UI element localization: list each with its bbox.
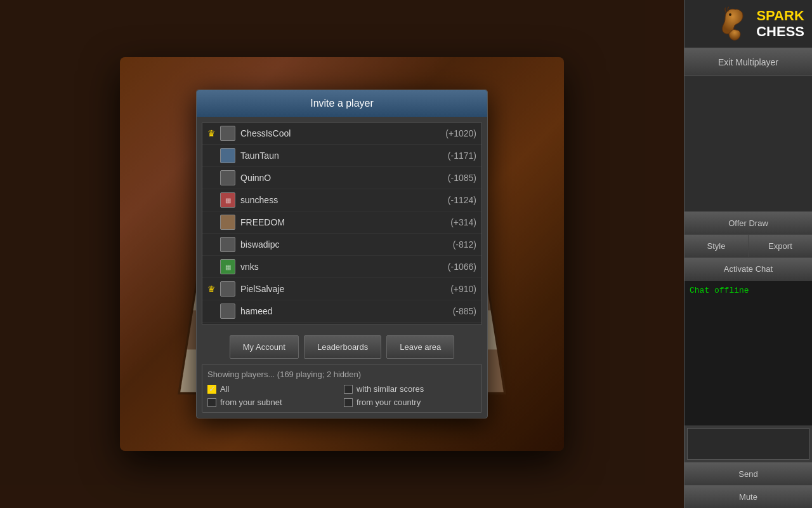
modal-title: Invite a player xyxy=(310,98,374,109)
player-name: ChessIsCool xyxy=(240,128,445,138)
right-sidebar: SPARK CHESS Exit Multiplayer Offer Draw … xyxy=(684,0,812,508)
modal-header: Invite a player xyxy=(197,90,487,117)
player-avatar xyxy=(220,148,235,163)
logo-area: SPARK CHESS xyxy=(684,0,812,48)
filter-label: with similar scores xyxy=(357,384,424,394)
player-avatar xyxy=(220,126,235,141)
player-row[interactable]: ♛ChessIsCool (+1020) xyxy=(202,123,481,145)
activate-chat-button[interactable]: Activate Chat xyxy=(684,258,812,281)
filter-title: Showing players... (169 playing; 2 hidde… xyxy=(207,370,476,379)
player-name: hameed xyxy=(240,306,453,316)
player-score: (+314) xyxy=(450,217,476,227)
player-name: QuinnO xyxy=(240,173,448,183)
player-row[interactable]: ▦sunchess (-1124) xyxy=(202,189,481,211)
chat-input[interactable] xyxy=(687,428,809,460)
my-account-button[interactable]: My Account xyxy=(230,335,299,359)
player-name: biswadipc xyxy=(240,239,453,250)
player-score: (-1085) xyxy=(448,173,476,183)
player-row[interactable]: TaunTaun (-1171) xyxy=(202,145,481,167)
logo-spark: SPARK xyxy=(756,8,804,23)
player-row[interactable]: ▦vnks (-1066) xyxy=(202,256,481,278)
player-row[interactable]: hameed (-885) xyxy=(202,300,481,323)
main-chess-area: Invite a player ♛ChessIsCool (+1020)Taun… xyxy=(0,0,684,508)
logo-text: SPARK CHESS xyxy=(756,8,804,39)
style-button[interactable]: Style xyxy=(684,235,749,257)
player-avatar xyxy=(220,215,235,230)
player-name: TaunTaun xyxy=(240,150,448,161)
player-score: (-1124) xyxy=(448,195,476,205)
sidebar-spacer xyxy=(684,76,812,211)
filter-checkbox[interactable]: ✓ xyxy=(207,385,216,394)
filter-label: All xyxy=(220,384,229,394)
player-row[interactable]: FREEDOM (+314) xyxy=(202,211,481,234)
filter-option[interactable]: ✓All xyxy=(207,384,340,394)
export-button[interactable]: Export xyxy=(749,235,812,257)
player-score: (+910) xyxy=(450,284,476,294)
player-name: PielSalvaje xyxy=(240,284,450,294)
player-row[interactable]: QuinnO (-1085) xyxy=(202,167,481,189)
offer-draw-button[interactable]: Offer Draw xyxy=(684,211,812,235)
modal-action-buttons: My Account Leaderboards Leave area xyxy=(197,330,487,364)
send-button[interactable]: Send xyxy=(684,462,812,485)
player-score: (-1066) xyxy=(448,262,476,272)
filter-option[interactable]: from your country xyxy=(344,398,476,407)
filter-label: from your country xyxy=(357,398,421,407)
filter-option[interactable]: from your subnet xyxy=(207,398,340,407)
player-name: sunchess xyxy=(240,195,448,205)
player-name: FREEDOM xyxy=(240,217,450,227)
players-list[interactable]: ♛ChessIsCool (+1020)TaunTaun (-1171)Quin… xyxy=(202,122,482,325)
svg-point-0 xyxy=(729,13,731,16)
player-name: vnks xyxy=(240,262,448,272)
player-avatar: ▦ xyxy=(220,259,235,274)
player-score: (-812) xyxy=(453,239,476,250)
exit-multiplayer-button[interactable]: Exit Multiplayer xyxy=(684,48,812,76)
style-export-row: Style Export xyxy=(684,235,812,258)
player-avatar: ▦ xyxy=(220,192,235,208)
filter-options: ✓Allwith similar scoresfrom your subnetf… xyxy=(207,384,476,407)
chat-status-text: Chat offline xyxy=(690,286,749,295)
player-row[interactable]: ♛PielSalvaje (+910) xyxy=(202,278,481,300)
player-score: (+1020) xyxy=(445,128,476,138)
chat-offline-display: Chat offline xyxy=(684,281,812,426)
player-score: (-885) xyxy=(453,306,476,316)
filter-checkbox[interactable] xyxy=(344,385,353,394)
mute-button[interactable]: Mute xyxy=(684,485,812,508)
logo-chess: CHESS xyxy=(756,24,804,39)
horse-icon xyxy=(719,6,751,41)
filter-option[interactable]: with similar scores xyxy=(344,384,476,394)
player-row[interactable]: biswadipc (-812) xyxy=(202,234,481,256)
modal-overlay: Invite a player ♛ChessIsCool (+1020)Taun… xyxy=(0,0,684,508)
leaderboards-button[interactable]: Leaderboards xyxy=(304,335,381,359)
filter-area: Showing players... (169 playing; 2 hidde… xyxy=(202,364,482,413)
crown-icon: ♛ xyxy=(207,128,218,138)
leave-area-button[interactable]: Leave area xyxy=(386,335,454,359)
invite-player-modal: Invite a player ♛ChessIsCool (+1020)Taun… xyxy=(196,90,488,418)
crown-icon: ♛ xyxy=(207,284,218,294)
player-avatar xyxy=(220,304,235,319)
player-avatar xyxy=(220,237,235,252)
player-avatar xyxy=(220,281,235,297)
filter-checkbox[interactable] xyxy=(207,398,216,407)
filter-checkbox[interactable] xyxy=(344,398,353,407)
filter-label: from your subnet xyxy=(220,398,282,407)
player-avatar xyxy=(220,170,235,185)
player-score: (-1171) xyxy=(448,150,476,161)
player-row[interactable]: ▦chessbuff (-1104) xyxy=(202,323,481,325)
